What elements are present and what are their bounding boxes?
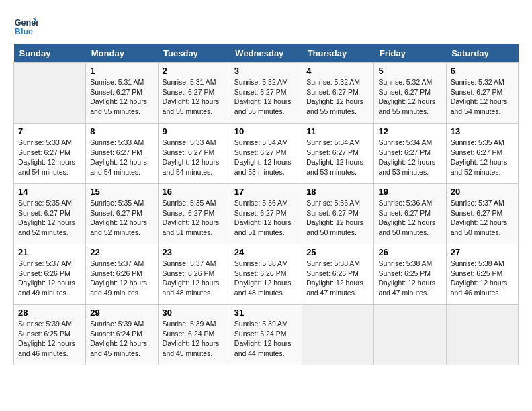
cell-info: Sunrise: 5:37 AM Sunset: 6:26 PM Dayligh… — [18, 259, 81, 298]
day-number: 8 — [90, 126, 153, 136]
day-number: 14 — [18, 187, 81, 197]
day-number: 12 — [378, 126, 441, 136]
day-number: 23 — [163, 247, 226, 257]
calendar-cell: 11Sunrise: 5:34 AM Sunset: 6:27 PM Dayli… — [302, 124, 374, 184]
cell-info: Sunrise: 5:31 AM Sunset: 6:27 PM Dayligh… — [90, 77, 153, 117]
day-number: 5 — [378, 66, 441, 76]
cell-info: Sunrise: 5:38 AM Sunset: 6:26 PM Dayligh… — [306, 259, 369, 298]
cell-info: Sunrise: 5:36 AM Sunset: 6:27 PM Dayligh… — [378, 198, 441, 238]
day-number: 1 — [90, 66, 153, 76]
calendar-cell: 1Sunrise: 5:31 AM Sunset: 6:27 PM Daylig… — [86, 63, 158, 124]
day-header-sunday: Sunday — [14, 44, 86, 63]
calendar-cell: 12Sunrise: 5:34 AM Sunset: 6:27 PM Dayli… — [374, 124, 446, 184]
page-header: General Blue — [13, 13, 519, 38]
cell-info: Sunrise: 5:35 AM Sunset: 6:27 PM Dayligh… — [163, 198, 226, 238]
calendar-cell: 4Sunrise: 5:32 AM Sunset: 6:27 PM Daylig… — [302, 63, 374, 124]
day-number: 18 — [306, 187, 369, 197]
calendar-cell — [374, 305, 446, 365]
calendar-cell: 26Sunrise: 5:38 AM Sunset: 6:25 PM Dayli… — [374, 244, 446, 305]
day-number: 11 — [306, 126, 369, 136]
logo: General Blue — [13, 13, 40, 38]
day-number: 13 — [451, 126, 514, 136]
cell-info: Sunrise: 5:39 AM Sunset: 6:24 PM Dayligh… — [90, 319, 153, 359]
day-number: 4 — [306, 66, 369, 76]
calendar-cell: 28Sunrise: 5:39 AM Sunset: 6:25 PM Dayli… — [14, 305, 86, 365]
calendar-cell: 8Sunrise: 5:33 AM Sunset: 6:27 PM Daylig… — [86, 124, 158, 184]
calendar-cell: 21Sunrise: 5:37 AM Sunset: 6:26 PM Dayli… — [14, 244, 86, 305]
cell-info: Sunrise: 5:36 AM Sunset: 6:27 PM Dayligh… — [234, 198, 298, 238]
cell-info: Sunrise: 5:37 AM Sunset: 6:27 PM Dayligh… — [451, 198, 514, 238]
calendar-cell: 27Sunrise: 5:38 AM Sunset: 6:25 PM Dayli… — [446, 244, 518, 305]
calendar-cell: 10Sunrise: 5:34 AM Sunset: 6:27 PM Dayli… — [230, 124, 302, 184]
calendar-cell: 14Sunrise: 5:35 AM Sunset: 6:27 PM Dayli… — [14, 184, 86, 244]
day-number: 25 — [306, 247, 369, 257]
cell-info: Sunrise: 5:31 AM Sunset: 6:27 PM Dayligh… — [163, 77, 226, 117]
cell-info: Sunrise: 5:38 AM Sunset: 6:25 PM Dayligh… — [378, 259, 441, 298]
day-number: 30 — [163, 308, 226, 318]
day-number: 17 — [234, 187, 298, 197]
cell-info: Sunrise: 5:36 AM Sunset: 6:27 PM Dayligh… — [306, 198, 369, 238]
calendar-cell — [446, 305, 518, 365]
svg-text:Blue: Blue — [15, 27, 33, 36]
day-number: 6 — [451, 66, 514, 76]
logo-icon: General Blue — [13, 13, 38, 38]
cell-info: Sunrise: 5:34 AM Sunset: 6:27 PM Dayligh… — [306, 138, 369, 177]
calendar-cell: 17Sunrise: 5:36 AM Sunset: 6:27 PM Dayli… — [230, 184, 302, 244]
day-number: 28 — [18, 308, 81, 318]
day-number: 22 — [90, 247, 153, 257]
calendar-cell: 18Sunrise: 5:36 AM Sunset: 6:27 PM Dayli… — [302, 184, 374, 244]
cell-info: Sunrise: 5:35 AM Sunset: 6:27 PM Dayligh… — [18, 198, 81, 238]
calendar-cell: 6Sunrise: 5:32 AM Sunset: 6:27 PM Daylig… — [446, 63, 518, 124]
calendar-header: SundayMondayTuesdayWednesdayThursdayFrid… — [14, 44, 519, 63]
calendar-cell: 15Sunrise: 5:35 AM Sunset: 6:27 PM Dayli… — [86, 184, 158, 244]
week-row-3: 14Sunrise: 5:35 AM Sunset: 6:27 PM Dayli… — [14, 184, 519, 244]
calendar-cell: 24Sunrise: 5:38 AM Sunset: 6:26 PM Dayli… — [230, 244, 302, 305]
day-number: 31 — [234, 308, 298, 318]
calendar-cell: 3Sunrise: 5:32 AM Sunset: 6:27 PM Daylig… — [230, 63, 302, 124]
day-number: 7 — [18, 126, 81, 136]
day-number: 9 — [163, 126, 226, 136]
calendar-cell: 13Sunrise: 5:35 AM Sunset: 6:27 PM Dayli… — [446, 124, 518, 184]
calendar-cell: 5Sunrise: 5:32 AM Sunset: 6:27 PM Daylig… — [374, 63, 446, 124]
calendar-body: 1Sunrise: 5:31 AM Sunset: 6:27 PM Daylig… — [14, 63, 519, 365]
cell-info: Sunrise: 5:33 AM Sunset: 6:27 PM Dayligh… — [163, 138, 226, 177]
cell-info: Sunrise: 5:35 AM Sunset: 6:27 PM Dayligh… — [90, 198, 153, 238]
calendar-cell: 25Sunrise: 5:38 AM Sunset: 6:26 PM Dayli… — [302, 244, 374, 305]
cell-info: Sunrise: 5:38 AM Sunset: 6:25 PM Dayligh… — [451, 259, 514, 298]
cell-info: Sunrise: 5:32 AM Sunset: 6:27 PM Dayligh… — [378, 77, 441, 117]
calendar-cell: 29Sunrise: 5:39 AM Sunset: 6:24 PM Dayli… — [86, 305, 158, 365]
calendar-cell: 30Sunrise: 5:39 AM Sunset: 6:24 PM Dayli… — [158, 305, 230, 365]
calendar-cell: 22Sunrise: 5:37 AM Sunset: 6:26 PM Dayli… — [86, 244, 158, 305]
day-number: 16 — [163, 187, 226, 197]
cell-info: Sunrise: 5:35 AM Sunset: 6:27 PM Dayligh… — [451, 138, 514, 177]
day-header-monday: Monday — [86, 44, 158, 63]
day-number: 2 — [163, 66, 226, 76]
week-row-1: 1Sunrise: 5:31 AM Sunset: 6:27 PM Daylig… — [14, 63, 519, 124]
calendar-cell: 20Sunrise: 5:37 AM Sunset: 6:27 PM Dayli… — [446, 184, 518, 244]
cell-info: Sunrise: 5:37 AM Sunset: 6:26 PM Dayligh… — [163, 259, 226, 298]
calendar-cell: 9Sunrise: 5:33 AM Sunset: 6:27 PM Daylig… — [158, 124, 230, 184]
week-row-2: 7Sunrise: 5:33 AM Sunset: 6:27 PM Daylig… — [14, 124, 519, 184]
cell-info: Sunrise: 5:34 AM Sunset: 6:27 PM Dayligh… — [378, 138, 441, 177]
cell-info: Sunrise: 5:38 AM Sunset: 6:26 PM Dayligh… — [234, 259, 298, 298]
calendar-cell: 2Sunrise: 5:31 AM Sunset: 6:27 PM Daylig… — [158, 63, 230, 124]
cell-info: Sunrise: 5:33 AM Sunset: 6:27 PM Dayligh… — [90, 138, 153, 177]
day-header-thursday: Thursday — [302, 44, 374, 63]
day-number: 15 — [90, 187, 153, 197]
calendar-cell: 16Sunrise: 5:35 AM Sunset: 6:27 PM Dayli… — [158, 184, 230, 244]
cell-info: Sunrise: 5:32 AM Sunset: 6:27 PM Dayligh… — [451, 77, 514, 117]
calendar-cell — [14, 63, 86, 124]
day-number: 21 — [18, 247, 81, 257]
day-number: 19 — [378, 187, 441, 197]
calendar-table: SundayMondayTuesdayWednesdayThursdayFrid… — [13, 44, 519, 365]
day-number: 3 — [234, 66, 298, 76]
day-number: 20 — [451, 187, 514, 197]
calendar-cell — [302, 305, 374, 365]
header-row: SundayMondayTuesdayWednesdayThursdayFrid… — [14, 44, 519, 63]
day-header-tuesday: Tuesday — [158, 44, 230, 63]
cell-info: Sunrise: 5:32 AM Sunset: 6:27 PM Dayligh… — [234, 77, 298, 117]
day-number: 29 — [90, 308, 153, 318]
cell-info: Sunrise: 5:32 AM Sunset: 6:27 PM Dayligh… — [306, 77, 369, 117]
day-number: 24 — [234, 247, 298, 257]
day-header-friday: Friday — [374, 44, 446, 63]
